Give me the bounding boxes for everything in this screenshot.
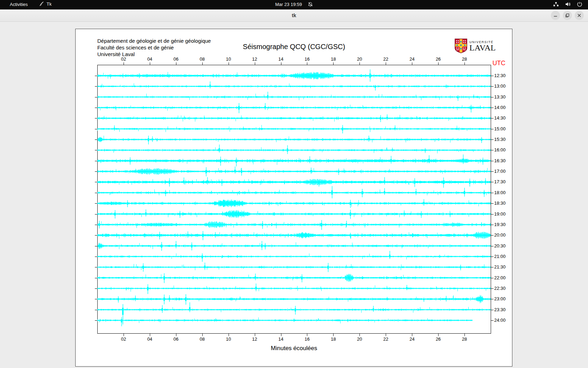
trace-tick-left <box>95 299 97 299</box>
trace-time-label: 24:00 <box>494 318 506 323</box>
trace-tick-right <box>491 76 493 76</box>
trace-tick-left <box>95 235 97 236</box>
trace-time-label: 16:30 <box>494 158 506 163</box>
trace-time-label: 17:00 <box>494 169 506 174</box>
x-axis-title: Minutes écoulées <box>198 345 390 352</box>
trace-tick-right <box>491 235 493 236</box>
x-tick-top <box>229 62 229 65</box>
trace-time-label: 23:00 <box>494 296 506 301</box>
header-line-1: Département de géologie et de génie géol… <box>97 38 211 44</box>
trace-tick-right <box>491 299 493 299</box>
x-tick-top <box>255 62 255 65</box>
trace-time-label: 16:00 <box>494 147 506 152</box>
close-button[interactable] <box>575 11 584 20</box>
x-tick-label-bottom: 12 <box>249 336 260 342</box>
activities-button[interactable]: Activities <box>10 2 28 7</box>
x-tick-bottom <box>386 334 386 336</box>
trace-tick-left <box>95 320 97 321</box>
chart-title: Séismographe QCQ (CGC/GSC) <box>198 43 390 51</box>
x-tick-label-top: 28 <box>459 56 470 62</box>
trace-tick-left <box>95 150 97 150</box>
trace-tick-left <box>95 139 97 140</box>
system-status-area[interactable] <box>553 1 582 7</box>
trace-tick-left <box>95 161 97 161</box>
trace-tick-right <box>491 182 493 182</box>
trace-time-label: 20:00 <box>494 232 506 238</box>
x-tick-label-top: 08 <box>197 56 208 62</box>
x-tick-label-bottom: 26 <box>433 336 444 342</box>
trace-tick-left <box>95 171 97 172</box>
trace-tick-right <box>491 225 493 225</box>
x-tick-bottom <box>412 334 412 336</box>
trace-tick-left <box>95 214 97 214</box>
trace-tick-right <box>491 97 493 97</box>
trace-tick-left <box>95 225 97 225</box>
trace-tick-right <box>491 278 493 278</box>
x-tick-label-bottom: 14 <box>275 336 287 342</box>
x-tick-top <box>359 62 360 65</box>
trace-tick-right <box>491 193 493 193</box>
power-icon <box>577 1 582 7</box>
laval-crest-icon <box>455 39 467 55</box>
trace-tick-left <box>95 288 97 289</box>
trace-tick-left <box>95 267 97 267</box>
x-tick-bottom <box>307 334 307 336</box>
trace-tick-left <box>95 118 97 118</box>
app-indicator-label: Tk <box>47 1 51 7</box>
trace-tick-left <box>95 108 97 108</box>
app-indicator-tk[interactable]: Tk <box>39 1 51 7</box>
x-tick-label-top: 06 <box>170 56 182 62</box>
trace-tick-right <box>491 86 493 87</box>
trace-time-label: 13:00 <box>494 83 506 89</box>
trace-tick-right <box>491 129 493 129</box>
x-tick-bottom <box>464 334 465 336</box>
trace-time-label: 21:30 <box>494 264 506 270</box>
logo-laval-text: LAVAL <box>469 44 496 52</box>
trace-time-label: 22:00 <box>494 275 506 280</box>
x-tick-label-bottom: 08 <box>197 336 208 342</box>
seismogram-canvas <box>97 65 491 333</box>
header-line-2: Faculté des sciences et de génie <box>97 44 211 51</box>
x-tick-label-bottom: 22 <box>380 336 391 342</box>
x-tick-bottom <box>229 334 229 336</box>
trace-time-label: 12:30 <box>494 73 506 78</box>
gnome-top-bar: Activities Tk Mar 23 19:59 <box>0 0 588 9</box>
trace-tick-right <box>491 288 493 289</box>
x-tick-label-top: 16 <box>301 56 313 62</box>
x-tick-label-bottom: 02 <box>118 336 129 342</box>
trace-tick-right <box>491 246 493 246</box>
universite-laval-logo: UNIVERSITÉ LAVAL <box>455 39 496 55</box>
x-tick-bottom <box>359 334 360 336</box>
trace-tick-left <box>95 86 97 87</box>
x-tick-label-top: 04 <box>144 56 155 62</box>
seismograph-panel: Département de géologie et de génie géol… <box>75 29 512 367</box>
x-tick-bottom <box>176 334 176 336</box>
window-titlebar[interactable]: tk <box>0 9 588 22</box>
x-tick-label-top: 22 <box>380 56 391 62</box>
department-header: Département de géologie et de génie géol… <box>97 38 211 57</box>
x-tick-top <box>464 62 465 65</box>
x-tick-top <box>281 62 281 65</box>
x-tick-top <box>438 62 439 65</box>
network-wired-icon <box>553 1 559 7</box>
tk-feather-icon <box>39 1 44 7</box>
x-tick-label-bottom: 10 <box>223 336 234 342</box>
trace-time-label: 20:30 <box>494 243 506 248</box>
volume-icon <box>565 1 571 7</box>
x-tick-label-top: 20 <box>354 56 365 62</box>
minimize-button[interactable] <box>551 11 560 20</box>
trace-tick-right <box>491 139 493 140</box>
x-tick-top <box>176 62 176 65</box>
trace-tick-left <box>95 203 97 204</box>
trace-time-label: 22:30 <box>494 286 506 291</box>
trace-time-label: 14:30 <box>494 115 506 121</box>
window-title: tk <box>0 13 588 18</box>
x-tick-label-top: 26 <box>433 56 444 62</box>
trace-time-label: 18:30 <box>494 200 506 206</box>
trace-tick-right <box>491 203 493 204</box>
maximize-button[interactable] <box>563 11 572 20</box>
x-tick-bottom <box>150 334 150 336</box>
trace-time-label: 15:00 <box>494 126 506 131</box>
x-tick-label-top: 02 <box>118 56 129 62</box>
clock-menu[interactable]: Mar 23 19:59 <box>275 2 313 7</box>
